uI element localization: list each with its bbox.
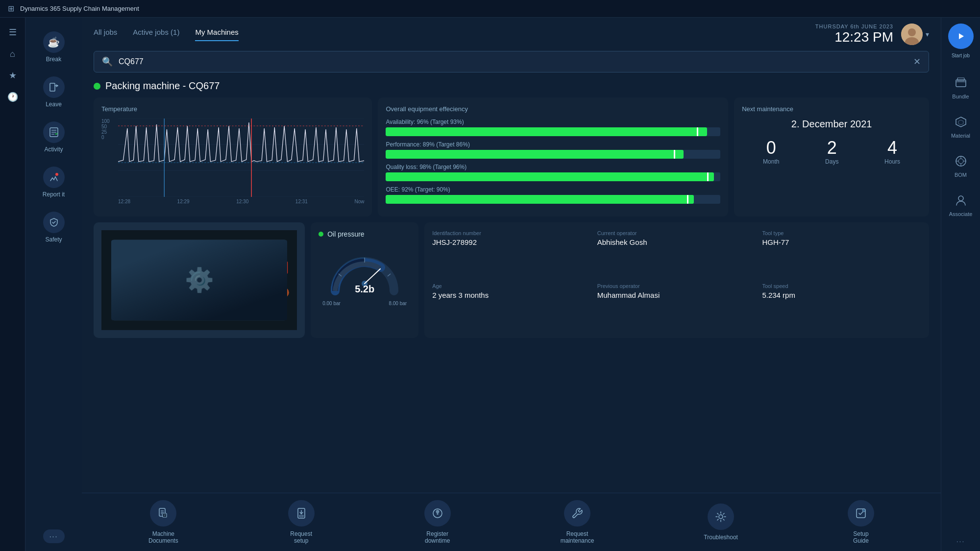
action-request-maintenance[interactable]: Requestmaintenance [561, 500, 594, 544]
id-label: Identifaction number [432, 230, 591, 236]
performance-label: Performance: 89% (Target 86%) [386, 141, 720, 148]
favorites-icon[interactable]: ★ [4, 67, 22, 84]
home-icon[interactable]: ⌂ [4, 45, 22, 63]
sidebar-more-button[interactable]: ··· [43, 529, 65, 543]
setup-guide-label: SetupGuide [853, 530, 869, 544]
search-container: 🔍 ✕ [82, 45, 941, 78]
machine-info-grid: Identifaction number JHSJ-278992 Current… [432, 230, 921, 330]
action-register-downtime[interactable]: Registerdowntime [424, 500, 451, 544]
search-input[interactable] [119, 57, 907, 66]
machine-name-label: Packing machine - CQ677 [105, 80, 220, 92]
id-value: JHSJ-278992 [432, 238, 591, 246]
safety-icon [43, 212, 65, 233]
tab-active-jobs[interactable]: Active jobs (1) [133, 28, 179, 41]
tab-my-machines[interactable]: My Machines [195, 28, 238, 41]
svg-point-30 [279, 287, 289, 297]
start-job-button[interactable] [948, 24, 974, 49]
right-sidebar-more[interactable]: ··· [956, 537, 965, 545]
action-machine-documents[interactable]: MachineDocuments [148, 500, 178, 544]
tab-all-jobs[interactable]: All jobs [94, 28, 117, 41]
right-sidebar-associate[interactable]: Associate [943, 186, 979, 223]
chart-x-labels: 12:28 12:29 12:30 12:31 Now [118, 199, 364, 204]
bom-label: BOM [955, 172, 967, 178]
y-label-100: 100 [101, 119, 114, 124]
tool-speed-value: 5.234 rpm [762, 291, 921, 299]
countdown-hours-label: Hours [884, 158, 900, 165]
sidebar-item-safety[interactable]: Safety [29, 206, 78, 249]
countdown-hours-value: 4 [884, 138, 900, 158]
setup-guide-icon [848, 500, 874, 527]
right-sidebar-material[interactable]: Material [943, 107, 979, 144]
svg-rect-41 [163, 513, 167, 517]
sidebar-item-break[interactable]: ☕ Break [29, 25, 78, 69]
right-sidebar-bundle[interactable]: Bundle [943, 68, 979, 105]
user-avatar [901, 24, 923, 45]
grid-icon[interactable]: ⊞ [8, 4, 14, 13]
svg-rect-26 [245, 257, 272, 275]
x-label-1230: 12:30 [236, 199, 248, 204]
availability-bar [386, 127, 720, 136]
oil-pressure-card: Oil pressure [311, 222, 418, 338]
maintenance-countdown: 0 Month 2 Days 4 Hours [742, 138, 921, 165]
countdown-days-label: Days [825, 158, 838, 165]
svg-line-52 [717, 513, 718, 514]
countdown-hours: 4 Hours [884, 138, 900, 165]
material-label: Material [951, 133, 970, 139]
info-cell-operator: Current operator Abhishek Gosh [597, 230, 757, 277]
svg-point-24 [198, 271, 206, 279]
x-label-now: Now [354, 199, 364, 204]
svg-point-65 [958, 159, 963, 164]
svg-rect-60 [957, 78, 964, 81]
dashboard-cards: Temperature 100 50 25 0 [82, 97, 941, 493]
action-troubleshoot[interactable]: Troubleshoot [704, 503, 738, 541]
bom-icon [952, 152, 970, 170]
machine-image [101, 230, 297, 330]
user-avatar-container[interactable]: ▾ [901, 24, 929, 45]
oee-title: Overall equipment effeciency [386, 105, 720, 113]
info-cell-tool-speed: Tool speed 5.234 rpm [762, 283, 921, 330]
quality-label: Quality loss: 98% (Target 96%) [386, 164, 720, 170]
countdown-days: 2 Days [825, 138, 838, 165]
oil-title: Oil pressure [327, 230, 364, 238]
bundle-icon [952, 74, 970, 92]
sidebar-item-leave[interactable]: Leave [29, 71, 78, 114]
sidebar-item-activity[interactable]: Activity [29, 116, 78, 159]
chevron-down-icon: ▾ [926, 30, 929, 38]
header-time: 12:23 PM [815, 29, 893, 45]
hamburger-menu-icon[interactable]: ☰ [4, 24, 22, 41]
activity-icon [43, 121, 65, 143]
oee-label: OEE: 92% (Target: 90%) [386, 186, 720, 193]
right-sidebar-bom[interactable]: BOM [943, 146, 979, 184]
leave-label: Leave [46, 101, 62, 108]
request-setup-label: Requestsetup [290, 530, 312, 544]
operator-label: Current operator [597, 230, 757, 236]
svg-marker-63 [958, 120, 963, 125]
report-label: Report it [43, 191, 65, 198]
prev-operator-label: Previous operator [597, 283, 757, 289]
recent-icon[interactable]: 🕐 [4, 88, 22, 106]
quality-bar [386, 172, 720, 181]
x-label-1228: 12:28 [118, 199, 130, 204]
request-setup-icon [288, 500, 315, 527]
sidebar-item-report[interactable]: Report it [29, 161, 78, 204]
machine-documents-label: MachineDocuments [148, 530, 178, 544]
svg-marker-58 [959, 33, 964, 39]
svg-point-23 [195, 267, 210, 283]
machine-status-indicator [94, 83, 100, 90]
activity-label: Activity [44, 146, 63, 153]
countdown-month-value: 0 [763, 138, 779, 158]
search-icon: 🔍 [102, 56, 113, 67]
report-icon [43, 167, 65, 188]
countdown-month-label: Month [763, 158, 779, 165]
app-title: Dynamics 365 Supply Chain Management [20, 5, 139, 12]
gauge-scale-labels: 0.00 bar 8.00 bar [318, 301, 411, 306]
action-setup-guide[interactable]: SetupGuide [848, 500, 874, 544]
oee-metric-availability: Availability: 96% (Target 93%) [386, 119, 720, 136]
clear-search-icon[interactable]: ✕ [913, 56, 921, 67]
performance-marker [674, 150, 675, 159]
action-request-setup[interactable]: Requestsetup [288, 500, 315, 544]
safety-label: Safety [45, 236, 62, 243]
svg-rect-43 [299, 515, 303, 517]
break-icon: ☕ [43, 31, 65, 53]
y-label-25: 25 [101, 129, 114, 135]
